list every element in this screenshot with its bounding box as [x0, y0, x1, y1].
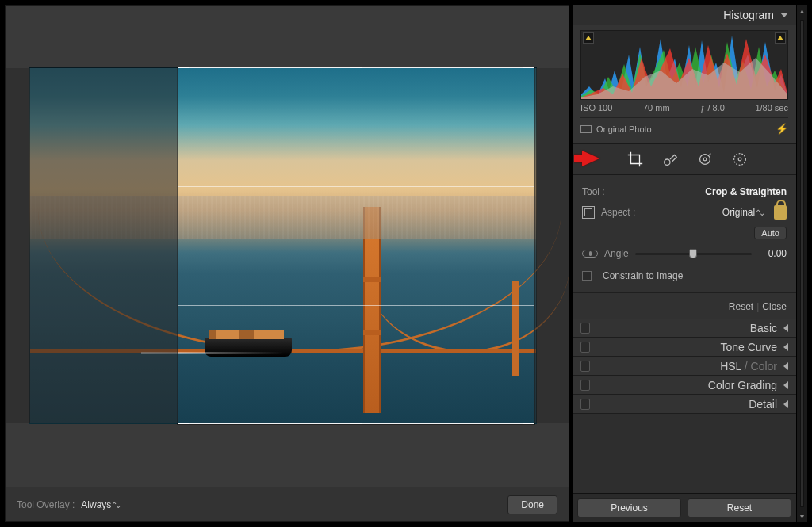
chevron-left-icon: [783, 400, 788, 408]
chevron-left-icon: [783, 324, 788, 332]
original-photo-icon: [580, 125, 592, 133]
annotation-arrow-icon: [582, 151, 599, 166]
hsl-color-section-header[interactable]: HSL / Color: [573, 357, 796, 376]
iso-value: ISO 100: [580, 103, 612, 113]
aspect-dropdown[interactable]: Original: [722, 207, 763, 218]
crop-overlay[interactable]: [178, 67, 534, 424]
color-grading-toggle-switch[interactable]: [580, 380, 590, 391]
level-icon[interactable]: [582, 250, 598, 258]
svg-point-2: [703, 158, 707, 161]
crop-handle-top[interactable]: [350, 67, 362, 72]
gutter-arrow-down-icon[interactable]: ▾: [797, 510, 807, 522]
right-column: Histogram ISO: [573, 5, 807, 522]
tool-overlay-dropdown[interactable]: Always: [81, 499, 119, 510]
tone-curve-title: Tone Curve: [720, 341, 777, 353]
svg-point-4: [738, 158, 741, 161]
flash-icon[interactable]: ⚡: [776, 123, 788, 135]
bottom-bar: Previous Reset: [573, 493, 796, 522]
tool-close-button[interactable]: Close: [762, 301, 787, 312]
chevron-left-icon: [783, 381, 788, 389]
angle-slider-thumb[interactable]: [689, 249, 697, 258]
canvas-footer: Tool Overlay : Always Done: [6, 487, 569, 521]
detail-title: Detail: [749, 398, 777, 411]
tool-overlay-label: Tool Overlay :: [17, 499, 75, 510]
histogram-panel: Histogram ISO: [573, 5, 796, 143]
detail-toggle-switch[interactable]: [580, 399, 590, 410]
aspect-tool-icon[interactable]: [582, 206, 595, 219]
detail-section-header[interactable]: Detail: [573, 395, 796, 414]
constrain-label[interactable]: Constrain to Image: [603, 270, 683, 281]
svg-point-3: [734, 154, 746, 166]
aspect-label: Aspect :: [601, 207, 635, 218]
crop-tool-button[interactable]: [626, 151, 644, 168]
constrain-checkbox[interactable]: [582, 271, 592, 281]
angle-auto-button[interactable]: Auto: [754, 227, 787, 239]
chevron-left-icon: [783, 343, 788, 351]
done-button[interactable]: Done: [508, 495, 557, 514]
spot-removal-tool-button[interactable]: [661, 151, 679, 168]
app-root: Tool Overlay : Always Done Histogram: [0, 0, 812, 527]
canvas-viewport[interactable]: [6, 6, 569, 487]
crop-handle-bl[interactable]: [178, 413, 189, 424]
tool-label: Tool :: [582, 186, 605, 197]
angle-label: Angle: [604, 248, 629, 259]
tool-name: Crop & Straighten: [705, 186, 787, 197]
basic-title: Basic: [750, 322, 777, 334]
tone-curve-section-header[interactable]: Tone Curve: [573, 338, 796, 357]
previous-button[interactable]: Previous: [577, 498, 681, 517]
hsl-toggle-switch[interactable]: [580, 361, 590, 372]
angle-value[interactable]: 0.00: [758, 248, 787, 259]
svg-point-0: [665, 159, 670, 165]
canvas-area: Tool Overlay : Always Done: [5, 5, 569, 522]
aperture-value: ƒ / 8.0: [700, 103, 725, 113]
histogram-chart[interactable]: [580, 30, 788, 100]
crop-handle-bottom[interactable]: [350, 419, 362, 424]
angle-slider[interactable]: [635, 248, 752, 259]
svg-point-1: [700, 155, 710, 165]
original-photo-label[interactable]: Original Photo: [596, 124, 652, 134]
histogram-header[interactable]: Histogram: [573, 5, 796, 25]
histogram-svg: [581, 31, 787, 100]
crop-handle-br[interactable]: [523, 413, 534, 424]
right-scroll-gutter[interactable]: ▴ ▾: [796, 5, 807, 522]
chevron-down-icon: [780, 13, 788, 17]
basic-toggle-switch[interactable]: [580, 323, 590, 334]
color-grading-title: Color Grading: [708, 379, 777, 391]
crop-tool-panel: Tool : Crop & Straighten Aspect : Origin…: [573, 175, 796, 319]
histogram-title: Histogram: [580, 9, 774, 21]
exposure-metadata: ISO 100 70 mm ƒ / 8.0 1/80 sec: [580, 100, 788, 113]
chevron-left-icon: [783, 362, 788, 370]
crop-handle-tr[interactable]: [523, 67, 534, 78]
hsl-color-title: HSL / Color: [720, 360, 777, 372]
color-grading-section-header[interactable]: Color Grading: [573, 376, 796, 395]
focal-length-value: 70 mm: [643, 103, 670, 113]
redeye-tool-button[interactable]: [696, 151, 714, 168]
tool-reset-button[interactable]: Reset: [729, 301, 753, 312]
tool-strip: [573, 143, 796, 175]
crop-handle-tl[interactable]: [178, 67, 189, 78]
reset-button[interactable]: Reset: [688, 498, 791, 517]
crop-handle-left[interactable]: [178, 240, 182, 251]
tone-curve-toggle-switch[interactable]: [580, 342, 590, 353]
gutter-arrow-up-icon[interactable]: ▴: [797, 5, 807, 17]
aspect-lock-icon[interactable]: [774, 205, 787, 220]
crop-handle-right[interactable]: [530, 240, 534, 251]
shutter-value: 1/80 sec: [755, 103, 788, 113]
radial-tool-button[interactable]: [731, 151, 749, 168]
scrollbar-track[interactable]: [800, 20, 804, 507]
basic-section-header[interactable]: Basic: [573, 319, 796, 338]
